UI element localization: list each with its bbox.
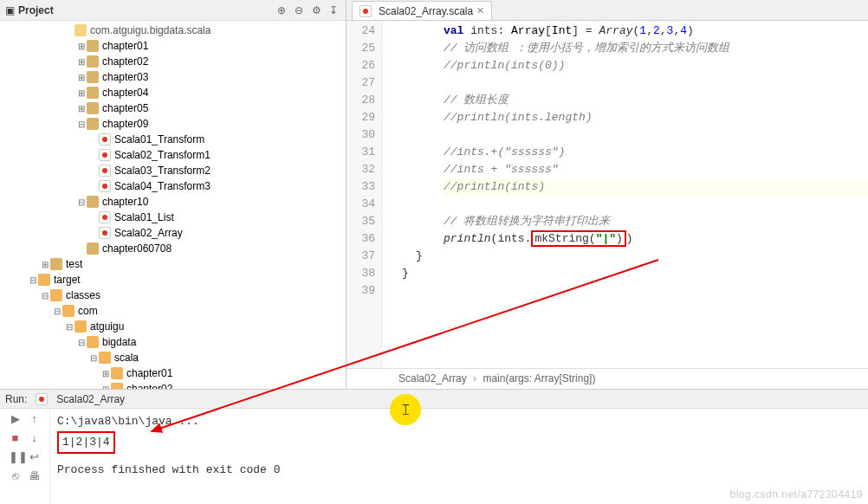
tree-item[interactable]: ⊟com [0, 303, 346, 319]
up-icon[interactable]: ↑ [28, 412, 42, 426]
tree-item[interactable]: Scala02_Array [0, 225, 346, 241]
run-config-name[interactable]: Scala02_Array [56, 393, 125, 405]
folder-icon [50, 258, 62, 270]
tree-label: Scala02_Array [114, 227, 183, 239]
tree-item[interactable]: Scala01_Transform [0, 132, 346, 147]
code-area[interactable]: 24252627282930313233343536373839 val int… [347, 21, 868, 368]
code-line[interactable]: // 访问数组 ：使用小括号，增加索引的方式来访问数组 [444, 40, 868, 57]
soft-wrap-icon[interactable]: ↩ [28, 450, 42, 464]
code-line[interactable]: //ints + "ssssss" [444, 161, 868, 178]
expander-icon[interactable]: ⊟ [76, 120, 87, 129]
tree-item[interactable]: ⊞chapter03 [0, 69, 346, 85]
tree-label: atguigu [90, 320, 124, 333]
breadcrumb-class[interactable]: Scala02_Array [398, 372, 467, 384]
scala-icon [99, 180, 111, 192]
run-panel: Run: Scala02_Array ▶ ↑ ■ ↓ ❚❚ ↩ ⎋ 🖶 C:\j… [0, 390, 868, 504]
breadcrumb-method[interactable]: main(args: Array[String]) [483, 372, 595, 384]
rerun-icon[interactable]: ▶ [9, 412, 23, 426]
expander-icon[interactable]: ⊞ [40, 260, 50, 269]
tree-item[interactable]: ⊞chapter01 [0, 365, 346, 381]
code-content[interactable]: val ints: Array[Int] = Array(1,2,3,4)// … [383, 21, 868, 368]
folder-icon [87, 40, 99, 52]
code-line[interactable]: //println(ints.length) [444, 109, 868, 126]
code-line[interactable]: //ints.+("ssssss") [444, 144, 868, 161]
expander-icon[interactable]: ⊟ [76, 338, 87, 347]
tree-item[interactable]: ⊟scala [0, 350, 346, 365]
scala-icon [36, 393, 48, 405]
expander-icon[interactable]: ⊞ [100, 369, 111, 378]
code-line[interactable]: val ints: Array[Int] = Array(1,2,3,4) [444, 23, 868, 40]
tree-item[interactable]: ⊟target [0, 272, 346, 288]
folder-icon [87, 102, 99, 114]
tree-item[interactable]: ⊞chapter04 [0, 85, 346, 100]
console-cmd: C:\java8\bin\java ... [57, 412, 861, 431]
code-line[interactable] [444, 126, 868, 144]
folder-icon [87, 196, 99, 208]
close-icon[interactable]: ✕ [476, 5, 484, 16]
exit-icon[interactable]: ⎋ [9, 469, 23, 483]
tree-label: classes [66, 289, 100, 301]
expander-icon[interactable]: ⊞ [76, 104, 87, 113]
tree-item[interactable]: Scala02_Transform1 [0, 147, 346, 163]
tree-item[interactable]: Scala03_Transform2 [0, 163, 346, 178]
code-line[interactable] [444, 196, 868, 213]
tree-item[interactable]: ⊞chapter02 [0, 54, 346, 69]
hide-icon[interactable]: ⊖ [292, 3, 306, 17]
project-panel: ▣ Project ⊕ ⊖ ⚙ ↧ com.atguigu.bigdata.sc… [0, 0, 347, 389]
code-line[interactable]: //println(ints) [444, 178, 868, 196]
folder-orange-icon [74, 320, 87, 333]
tree-label: bigdata [102, 336, 136, 348]
code-line[interactable]: // 数组长度 [444, 92, 868, 109]
pause-icon[interactable]: ❚❚ [9, 450, 23, 464]
tree-item[interactable]: Scala04_Transform3 [0, 178, 346, 194]
code-line[interactable]: //println(ints(0)) [444, 57, 868, 74]
tree-label: com.atguigu.bigdata.scala [90, 24, 211, 36]
expander-icon[interactable]: ⊞ [76, 42, 87, 51]
tree-item[interactable]: ⊟classes [0, 288, 346, 303]
breadcrumb[interactable]: Scala02_Array › main(args: Array[String]… [347, 368, 868, 389]
code-line[interactable]: println(ints.mkString("|")) [444, 230, 868, 248]
tree-item[interactable]: ⊞chapter01 [0, 38, 346, 54]
gear-icon[interactable]: ⚙ [309, 3, 323, 17]
tree-item[interactable]: ⊟chapter09 [0, 116, 346, 132]
print-icon[interactable]: 🖶 [28, 469, 42, 483]
collapse-all-icon[interactable]: ⊕ [275, 3, 288, 17]
run-toolbar: ▶ ↑ ■ ↓ ❚❚ ↩ ⎋ 🖶 [0, 409, 50, 504]
folder-orange-icon [62, 305, 74, 317]
tab-scala02-array[interactable]: Scala02_Array.scala ✕ [352, 1, 492, 20]
tree-item[interactable]: ⊟bigdata [0, 334, 346, 350]
expander-icon[interactable]: ⊟ [28, 275, 38, 285]
expander-icon[interactable]: ⊟ [64, 322, 74, 332]
minimize-icon[interactable]: ↧ [327, 3, 340, 17]
project-icon: ▣ [5, 4, 15, 16]
folder-icon [87, 242, 99, 255]
stop-icon[interactable]: ■ [9, 431, 23, 445]
console-output: 1|2|3|4 [57, 431, 115, 454]
tree-item[interactable]: ⊟atguigu [0, 319, 346, 334]
code-line[interactable]: } [416, 248, 868, 265]
tree-label: Scala02_Transform1 [114, 149, 211, 161]
expander-icon[interactable]: ⊞ [76, 73, 87, 82]
tree-item[interactable]: Scala01_List [0, 210, 346, 225]
down-icon[interactable]: ↓ [28, 431, 42, 445]
expander-icon[interactable]: ⊟ [52, 307, 62, 316]
tree-item[interactable]: com.atguigu.bigdata.scala [0, 23, 346, 38]
code-line[interactable] [444, 74, 868, 92]
expander-icon[interactable]: ⊟ [88, 353, 99, 363]
expander-icon[interactable]: ⊞ [76, 57, 87, 67]
scala-icon [99, 211, 111, 223]
tree-item[interactable]: ⊟chapter10 [0, 194, 346, 210]
tree-item[interactable]: ⊞chapter05 [0, 100, 346, 116]
expander-icon[interactable]: ⊟ [76, 197, 87, 207]
code-line[interactable]: } [402, 265, 868, 282]
code-line[interactable] [444, 282, 868, 300]
expander-icon[interactable]: ⊞ [100, 384, 111, 390]
tree-item[interactable]: chapter060708 [0, 241, 346, 256]
expander-icon[interactable]: ⊟ [40, 291, 50, 300]
code-line[interactable]: // 将数组转换为字符串打印出来 [444, 213, 868, 230]
editor-area: Scala02_Array.scala ✕ 242526272829303132… [347, 0, 868, 389]
tree-item[interactable]: ⊞test [0, 256, 346, 272]
tree-item[interactable]: ⊞chapter02 [0, 381, 346, 389]
expander-icon[interactable]: ⊞ [76, 88, 87, 98]
project-tree[interactable]: com.atguigu.bigdata.scala⊞chapter01⊞chap… [0, 21, 346, 389]
